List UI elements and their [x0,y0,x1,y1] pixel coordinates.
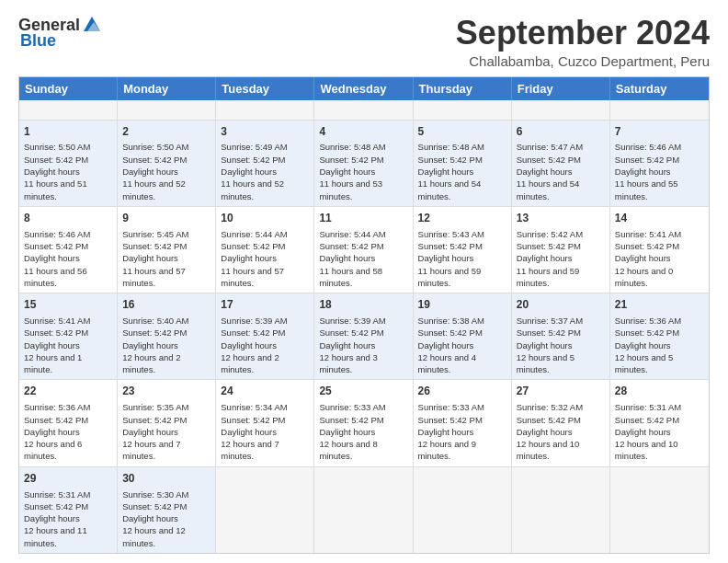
daylight-label: Daylight hours [517,340,573,350]
calendar: Sunday Monday Tuesday Wednesday Thursday… [18,76,710,554]
sunrise-label: Sunrise: 5:36 AM [24,402,90,412]
header-friday: Friday [512,77,610,100]
calendar-cell-w6-d5 [414,467,512,553]
calendar-cell-w6-d6 [512,467,610,553]
calendar-cell-w4-d2: 16Sunrise: 5:40 AMSunset: 5:42 PMDayligh… [118,293,216,379]
daylight-label: Daylight hours [319,427,375,437]
calendar-cell-w1-d3 [216,100,314,120]
sunset-label: Sunset: 5:42 PM [615,155,679,165]
daylight-value: 11 hours and 59 minutes. [418,266,482,288]
daylight-label: Daylight hours [122,427,178,437]
calendar-cell-w4-d1: 15Sunrise: 5:41 AMSunset: 5:42 PMDayligh… [19,293,118,379]
sunset-label: Sunset: 5:42 PM [517,415,581,425]
calendar-cell-w2-d4: 4Sunrise: 5:48 AMSunset: 5:42 PMDaylight… [314,121,413,206]
daylight-value: 11 hours and 52 minutes. [122,178,186,201]
sunset-label: Sunset: 5:42 PM [122,415,187,425]
sunset-label: Sunset: 5:42 PM [24,155,88,165]
day-number: 15 [24,297,112,313]
calendar-cell-w3-d6: 13Sunrise: 5:42 AMSunset: 5:42 PMDayligh… [512,207,610,293]
page: General Blue September 2024 Challabamba,… [0,0,728,563]
day-number: 9 [122,211,210,226]
day-number: 3 [221,124,309,140]
calendar-cell-w3-d4: 11Sunrise: 5:44 AMSunset: 5:42 PMDayligh… [314,207,413,293]
sunset-label: Sunset: 5:42 PM [24,241,88,251]
sunset-label: Sunset: 5:42 PM [418,241,483,251]
daylight-label: Daylight hours [517,427,573,437]
daylight-value: 12 hours and 5 minutes. [517,352,574,374]
sunrise-label: Sunrise: 5:42 AM [517,229,583,239]
day-number: 1 [24,124,112,140]
daylight-value: 11 hours and 52 minutes. [221,178,284,201]
calendar-cell-w5-d7: 28Sunrise: 5:31 AMSunset: 5:42 PMDayligh… [610,380,709,465]
daylight-value: 11 hours and 53 minutes. [319,178,382,201]
daylight-label: Daylight hours [122,340,178,350]
daylight-value: 12 hours and 11 minutes. [24,525,87,547]
calendar-cell-w2-d6: 6Sunrise: 5:47 AMSunset: 5:42 PMDaylight… [512,121,610,206]
daylight-label: Daylight hours [517,167,573,177]
calendar-cell-w4-d4: 18Sunrise: 5:39 AMSunset: 5:42 PMDayligh… [314,293,413,379]
daylight-value: 12 hours and 2 minutes. [122,352,180,374]
calendar-cell-w3-d1: 8Sunrise: 5:46 AMSunset: 5:42 PMDaylight… [19,207,118,293]
daylight-label: Daylight hours [319,340,375,350]
daylight-label: Daylight hours [24,427,80,437]
daylight-label: Daylight hours [319,167,375,177]
sunrise-label: Sunrise: 5:44 AM [319,229,385,239]
day-number: 28 [615,384,704,399]
day-number: 11 [319,211,407,226]
daylight-label: Daylight hours [615,253,671,263]
daylight-value: 11 hours and 54 minutes. [517,178,580,201]
calendar-cell-w5-d3: 24Sunrise: 5:34 AMSunset: 5:42 PMDayligh… [216,380,314,465]
sunset-label: Sunset: 5:42 PM [517,241,581,251]
calendar-cell-w6-d3 [216,467,314,553]
sunset-label: Sunset: 5:42 PM [24,327,88,338]
calendar-cell-w4-d7: 21Sunrise: 5:36 AMSunset: 5:42 PMDayligh… [610,293,709,379]
daylight-value: 12 hours and 2 minutes. [221,352,279,374]
sunset-label: Sunset: 5:42 PM [615,415,679,425]
sunset-label: Sunset: 5:42 PM [221,327,285,338]
sunset-label: Sunset: 5:42 PM [221,155,285,165]
logo: General Blue [18,15,102,51]
daylight-value: 12 hours and 6 minutes. [24,439,82,461]
daylight-label: Daylight hours [122,513,178,523]
calendar-week-3: 8Sunrise: 5:46 AMSunset: 5:42 PMDaylight… [19,207,709,293]
day-number: 27 [517,384,605,399]
header-tuesday: Tuesday [216,77,314,100]
day-number: 21 [615,297,704,313]
sunrise-label: Sunrise: 5:31 AM [615,402,681,412]
daylight-value: 12 hours and 10 minutes. [615,439,678,461]
sunset-label: Sunset: 5:42 PM [122,501,187,511]
daylight-value: 11 hours and 54 minutes. [418,178,482,201]
sunrise-label: Sunrise: 5:41 AM [615,229,681,239]
calendar-cell-w6-d4 [314,467,413,553]
calendar-cell-w1-d4 [314,100,413,120]
header-monday: Monday [118,77,216,100]
sunrise-label: Sunrise: 5:46 AM [615,142,681,152]
day-number: 4 [319,124,407,140]
sunrise-label: Sunrise: 5:33 AM [418,402,484,412]
sunrise-label: Sunrise: 5:50 AM [24,142,90,152]
daylight-value: 12 hours and 1 minute. [24,352,82,374]
calendar-cell-w3-d5: 12Sunrise: 5:43 AMSunset: 5:42 PMDayligh… [414,207,512,293]
calendar-cell-w2-d2: 2Sunrise: 5:50 AMSunset: 5:42 PMDaylight… [118,121,216,206]
day-number: 22 [24,384,112,399]
header-thursday: Thursday [414,77,512,100]
sunrise-label: Sunrise: 5:35 AM [122,402,188,412]
calendar-cell-w5-d2: 23Sunrise: 5:35 AMSunset: 5:42 PMDayligh… [118,380,216,465]
daylight-label: Daylight hours [418,427,474,437]
daylight-label: Daylight hours [615,340,671,350]
header-wednesday: Wednesday [314,77,413,100]
sunset-label: Sunset: 5:42 PM [319,327,383,338]
calendar-week-4: 15Sunrise: 5:41 AMSunset: 5:42 PMDayligh… [19,293,709,380]
day-number: 23 [122,384,210,399]
daylight-label: Daylight hours [418,253,474,263]
daylight-label: Daylight hours [221,427,277,437]
sunrise-label: Sunrise: 5:46 AM [24,229,90,239]
daylight-label: Daylight hours [122,253,178,263]
sunrise-label: Sunrise: 5:34 AM [221,402,287,412]
daylight-value: 11 hours and 56 minutes. [24,266,87,288]
calendar-cell-w1-d2 [118,100,216,120]
daylight-value: 12 hours and 8 minutes. [319,439,377,461]
sunset-label: Sunset: 5:42 PM [221,241,285,251]
day-number: 26 [418,384,506,399]
calendar-cell-w6-d1: 29Sunrise: 5:31 AMSunset: 5:42 PMDayligh… [19,467,118,553]
